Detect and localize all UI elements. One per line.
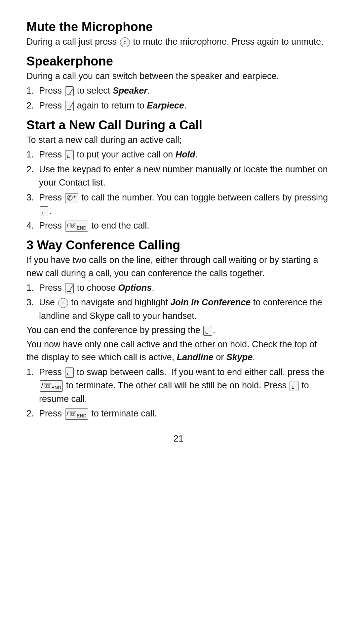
conference-intro: If you have two calls on the line, eithe…: [26, 254, 331, 279]
section-conference: 3 Way Conference Calling If you have two…: [26, 238, 331, 420]
list-item: 1. Press ⌞ to swap between calls. If you…: [26, 365, 331, 406]
section-mute: Mute the Microphone During a call just p…: [26, 20, 331, 48]
heading-mute: Mute the Microphone: [26, 20, 331, 34]
conference-steps2: 1. Press ⌞ to swap between calls. If you…: [26, 365, 331, 420]
list-item: 3. Use ○ to navigate and highlight Join …: [26, 296, 331, 322]
hold-icon: ⌞: [65, 150, 74, 160]
nav-icon: ○: [58, 298, 68, 308]
hold-icon: ⌞: [290, 381, 298, 391]
conference-para1: You can end the conference by pressing t…: [26, 324, 331, 337]
list-item: 2. Use the keypad to enter a new number …: [26, 163, 331, 190]
speakerphone-steps: 1. Press ⎯∕ to select Speaker. 2. Press …: [26, 84, 331, 112]
hold-icon: ⌞: [65, 367, 74, 377]
list-item: 1. Press ⌞ to put your active call on Ho…: [26, 148, 331, 161]
hold-icon: ⌞: [203, 326, 212, 336]
menu-icon: ⎯∕: [65, 101, 74, 111]
new-call-steps: 1. Press ⌞ to put your active call on Ho…: [26, 148, 331, 232]
conference-para2: You now have only one call active and th…: [26, 338, 331, 364]
heading-conference: 3 Way Conference Calling: [26, 238, 331, 252]
hold-icon: ⌞: [40, 206, 48, 216]
heading-speakerphone: Speakerphone: [26, 54, 331, 68]
page-number: 21: [26, 434, 331, 444]
menu-icon: ⎯∕: [65, 86, 74, 96]
list-item: 4. Press /☏END to end the call.: [26, 219, 331, 233]
mute-body: During a call just press ○ to mute the m…: [26, 35, 331, 48]
end-icon: /☏END: [40, 380, 63, 391]
section-new-call: Start a New Call During a Call To start …: [26, 118, 331, 232]
speakerphone-intro: During a call you can switch between the…: [26, 70, 331, 83]
mute-icon: ○: [120, 37, 130, 47]
list-item: 3. Press ✆⁺ to call the number. You can …: [26, 191, 331, 218]
conference-steps: 1. Press ⎯∕ to choose Options. 3. Use ○ …: [26, 281, 331, 323]
call-add-icon: ✆⁺: [65, 193, 78, 203]
menu-icon: ⎯∕: [65, 283, 74, 293]
end-icon: /☏END: [65, 221, 88, 232]
section-speakerphone: Speakerphone During a call you can switc…: [26, 54, 331, 112]
list-item: 1. Press ⎯∕ to choose Options.: [26, 281, 331, 295]
heading-new-call: Start a New Call During a Call: [26, 118, 331, 132]
list-item: 1. Press ⎯∕ to select Speaker.: [26, 84, 331, 98]
list-item: 2. Press /☏END to terminate call.: [26, 407, 331, 420]
new-call-intro: To start a new call during an active cal…: [26, 134, 331, 147]
end-icon: /☏END: [65, 408, 88, 419]
list-item: 2. Press ⎯∕ again to return to Earpiece.: [26, 99, 331, 112]
